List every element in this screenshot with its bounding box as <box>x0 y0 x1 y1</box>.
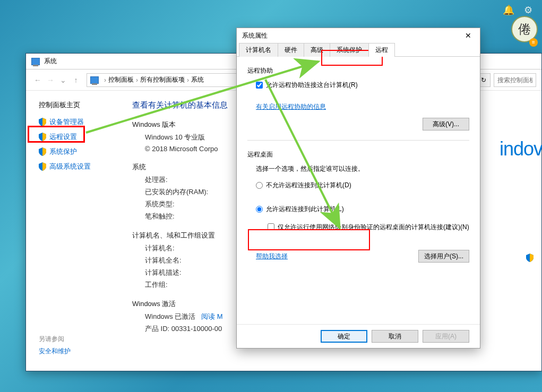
breadcrumb-seg[interactable]: 所有控制面板项 <box>140 75 185 84</box>
rd-allow-radio[interactable]: 允许远程连接到此计算机(L) <box>256 205 469 214</box>
tab-computer-name[interactable]: 计算机名 <box>239 43 278 57</box>
dialog-title-bar: 系统属性 ✕ <box>237 28 480 43</box>
avatar-badge: ≡ <box>529 38 538 47</box>
radio-input[interactable] <box>256 182 263 189</box>
help-me-choose-link[interactable]: 帮助我选择 <box>256 252 288 261</box>
dialog-buttons: 确定 取消 应用(A) <box>237 324 480 348</box>
tab-hardware[interactable]: 硬件 <box>278 43 304 57</box>
breadcrumb-seg[interactable]: 控制面板 <box>108 75 134 84</box>
sidebar-item-advanced-settings[interactable]: 高级系统设置 <box>39 162 132 171</box>
forward-button[interactable]: → <box>44 74 57 86</box>
breadcrumb-seg[interactable]: 系统 <box>191 75 204 84</box>
shield-icon <box>39 118 46 126</box>
tab-panel-remote: 远程协助 允许远程协助连接这台计算机(R) 有关启用远程协助的信息 高级(V).… <box>237 57 480 324</box>
radio-input[interactable] <box>256 206 263 213</box>
shield-icon <box>39 162 46 171</box>
window-icon <box>31 58 40 65</box>
rd-description: 选择一个选项，然后指定谁可以连接。 <box>256 164 469 173</box>
gear-icon[interactable]: ⚙ <box>524 4 532 16</box>
advanced-button[interactable]: 高级(V)... <box>423 118 469 130</box>
sidebar-item-label: 系统保护 <box>49 147 77 156</box>
sidebar-item-label: 高级系统设置 <box>49 162 91 171</box>
ok-button[interactable]: 确定 <box>321 330 367 343</box>
sidebar-heading[interactable]: 控制面板主页 <box>39 100 132 110</box>
highlight-allow-radio <box>248 229 370 250</box>
radio-label: 不允许远程连接到此计算机(D) <box>266 181 351 190</box>
tab-remote[interactable]: 远程 <box>368 43 395 57</box>
window-title: 系统 <box>44 57 57 66</box>
bell-icon[interactable]: 🔔 <box>503 4 514 16</box>
search-input[interactable] <box>494 73 536 87</box>
select-users-button[interactable]: 选择用户(S)... <box>418 250 469 263</box>
activation-status: Windows 已激活 <box>145 312 195 320</box>
cancel-button[interactable]: 取消 <box>372 330 418 343</box>
checkbox-label: 允许远程协助连接这台计算机(R) <box>266 81 358 90</box>
group-remote-assistance: 远程协助 <box>247 66 469 75</box>
radio-label: 允许远程连接到此计算机(L) <box>266 205 344 214</box>
windows-brand-text: indov <box>500 138 542 160</box>
apply-button[interactable]: 应用(A) <box>423 330 469 343</box>
allow-remote-assistance-checkbox[interactable]: 允许远程协助连接这台计算机(R) <box>256 81 469 90</box>
sidebar-item-system-protection[interactable]: 系统保护 <box>39 147 132 156</box>
dialog-title: 系统属性 <box>242 31 268 40</box>
close-button[interactable]: ✕ <box>462 30 475 41</box>
system-properties-dialog: 系统属性 ✕ 计算机名 硬件 高级 系统保护 远程 远程协助 允许远程协助连接这… <box>236 28 480 349</box>
group-remote-desktop: 远程桌面 <box>247 150 469 159</box>
see-also-heading: 另请参阅 <box>39 335 71 344</box>
read-terms-link[interactable]: 阅读 M <box>201 312 222 320</box>
rd-deny-radio[interactable]: 不允许远程连接到此计算机(D) <box>256 181 469 190</box>
remote-assistance-info-link[interactable]: 有关启用远程协助的信息 <box>256 103 326 110</box>
back-button[interactable]: ← <box>31 74 44 86</box>
shield-icon <box>39 147 46 156</box>
highlight-remote-settings <box>28 126 85 143</box>
see-also-link[interactable]: 安全和维护 <box>39 347 71 356</box>
path-icon <box>90 76 99 84</box>
tray-icons: 🔔 ⚙ <box>503 4 532 16</box>
chevron-down-icon[interactable]: ⌄ <box>57 74 70 86</box>
shield-icon <box>526 254 534 262</box>
checkbox-input[interactable] <box>256 82 263 89</box>
see-also: 另请参阅 安全和维护 <box>39 335 71 356</box>
up-button[interactable]: ↑ <box>70 74 82 86</box>
